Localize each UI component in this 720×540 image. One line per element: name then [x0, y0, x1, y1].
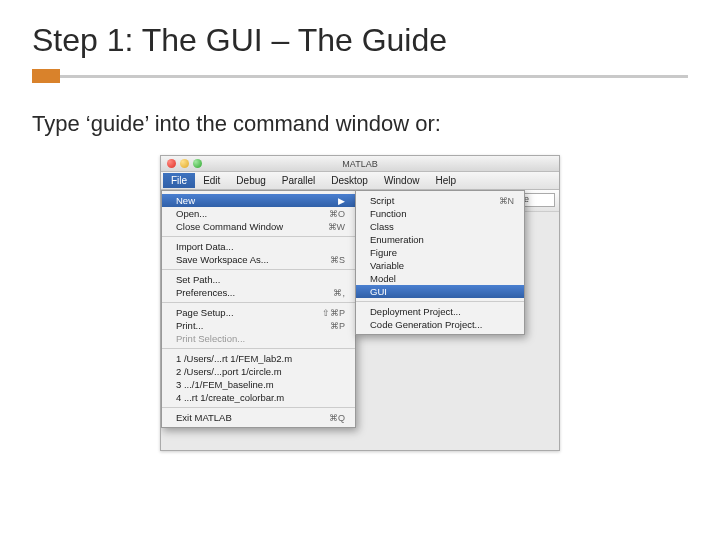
- menu-desktop[interactable]: Desktop: [323, 173, 376, 188]
- menu-label: 2 /Users/...port 1/circle.m: [176, 366, 282, 377]
- menu-window[interactable]: Window: [376, 173, 428, 188]
- slide-title: Step 1: The GUI – The Guide: [32, 22, 688, 59]
- menu-separator: [356, 301, 524, 302]
- new-submenu: Script ⌘N Function Class Enumeration Fig…: [355, 190, 525, 335]
- workspace: /Users/De New ▶ Open... ⌘O Close Command…: [161, 190, 559, 450]
- menu-label: Script: [370, 195, 394, 206]
- menu-label: Enumeration: [370, 234, 424, 245]
- menu-debug[interactable]: Debug: [228, 173, 273, 188]
- new-submenu-class[interactable]: Class: [356, 220, 524, 233]
- menu-shortcut: ⌘Q: [329, 413, 345, 423]
- window-title: MATLAB: [161, 159, 559, 169]
- file-menu-set-path[interactable]: Set Path...: [162, 273, 355, 286]
- menu-label: Function: [370, 208, 406, 219]
- new-submenu-script[interactable]: Script ⌘N: [356, 194, 524, 207]
- menu-label: GUI: [370, 286, 387, 297]
- accent-block: [32, 69, 60, 83]
- new-submenu-deployment-project[interactable]: Deployment Project...: [356, 305, 524, 318]
- menu-shortcut: ⌘P: [330, 321, 345, 331]
- new-submenu-variable[interactable]: Variable: [356, 259, 524, 272]
- file-menu-recent-1[interactable]: 1 /Users/...rt 1/FEM_lab2.m: [162, 352, 355, 365]
- instruction-text: Type ‘guide’ into the command window or:: [32, 111, 688, 137]
- new-submenu-enumeration[interactable]: Enumeration: [356, 233, 524, 246]
- menu-help[interactable]: Help: [427, 173, 464, 188]
- menu-label: Preferences...: [176, 287, 235, 298]
- menu-label: Class: [370, 221, 394, 232]
- menu-separator: [162, 269, 355, 270]
- menubar: File Edit Debug Parallel Desktop Window …: [161, 172, 559, 190]
- menu-label: 1 /Users/...rt 1/FEM_lab2.m: [176, 353, 292, 364]
- file-menu-import-data[interactable]: Import Data...: [162, 240, 355, 253]
- menu-parallel[interactable]: Parallel: [274, 173, 323, 188]
- file-menu-recent-2[interactable]: 2 /Users/...port 1/circle.m: [162, 365, 355, 378]
- mac-titlebar: MATLAB: [161, 156, 559, 172]
- file-menu-close-window[interactable]: Close Command Window ⌘W: [162, 220, 355, 233]
- menu-separator: [162, 236, 355, 237]
- menu-label: Print...: [176, 320, 203, 331]
- file-menu-print[interactable]: Print... ⌘P: [162, 319, 355, 332]
- matlab-window: MATLAB File Edit Debug Parallel Desktop …: [160, 155, 560, 451]
- menu-label: 3 .../1/FEM_baseline.m: [176, 379, 274, 390]
- new-submenu-function[interactable]: Function: [356, 207, 524, 220]
- menu-label: Exit MATLAB: [176, 412, 232, 423]
- menu-shortcut: ⌘O: [329, 209, 345, 219]
- menu-separator: [162, 407, 355, 408]
- submenu-arrow-icon: ▶: [338, 196, 345, 206]
- file-menu-recent-3[interactable]: 3 .../1/FEM_baseline.m: [162, 378, 355, 391]
- menu-label: Code Generation Project...: [370, 319, 482, 330]
- menu-label: Deployment Project...: [370, 306, 461, 317]
- title-rule: [32, 69, 688, 83]
- menu-shortcut: ⌘S: [330, 255, 345, 265]
- menu-edit[interactable]: Edit: [195, 173, 228, 188]
- file-menu-save-workspace[interactable]: Save Workspace As... ⌘S: [162, 253, 355, 266]
- menu-label: Import Data...: [176, 241, 234, 252]
- menu-label: Figure: [370, 247, 397, 258]
- horizontal-rule: [60, 75, 688, 78]
- menu-label: Print Selection...: [176, 333, 245, 344]
- menu-shortcut: ⇧⌘P: [322, 308, 345, 318]
- menu-separator: [162, 348, 355, 349]
- new-submenu-model[interactable]: Model: [356, 272, 524, 285]
- menu-label: Save Workspace As...: [176, 254, 269, 265]
- menu-shortcut: ⌘,: [333, 288, 345, 298]
- menu-shortcut: ⌘N: [499, 196, 515, 206]
- menu-label: New: [176, 195, 195, 206]
- menu-separator: [162, 302, 355, 303]
- menu-label: Variable: [370, 260, 404, 271]
- file-menu-open[interactable]: Open... ⌘O: [162, 207, 355, 220]
- menu-file[interactable]: File: [163, 173, 195, 188]
- file-menu-exit[interactable]: Exit MATLAB ⌘Q: [162, 411, 355, 424]
- menu-shortcut: ⌘W: [328, 222, 346, 232]
- menu-label: Model: [370, 273, 396, 284]
- file-menu-recent-4[interactable]: 4 ...rt 1/create_colorbar.m: [162, 391, 355, 404]
- menu-label: 4 ...rt 1/create_colorbar.m: [176, 392, 284, 403]
- file-menu-new[interactable]: New ▶: [162, 194, 355, 207]
- file-menu-print-selection: Print Selection...: [162, 332, 355, 345]
- menu-label: Set Path...: [176, 274, 220, 285]
- menu-label: Close Command Window: [176, 221, 283, 232]
- file-menu-preferences[interactable]: Preferences... ⌘,: [162, 286, 355, 299]
- file-dropdown: New ▶ Open... ⌘O Close Command Window ⌘W…: [161, 190, 356, 428]
- file-menu-page-setup[interactable]: Page Setup... ⇧⌘P: [162, 306, 355, 319]
- new-submenu-gui[interactable]: GUI: [356, 285, 524, 298]
- new-submenu-codegen-project[interactable]: Code Generation Project...: [356, 318, 524, 331]
- menu-label: Open...: [176, 208, 207, 219]
- new-submenu-figure[interactable]: Figure: [356, 246, 524, 259]
- menu-label: Page Setup...: [176, 307, 234, 318]
